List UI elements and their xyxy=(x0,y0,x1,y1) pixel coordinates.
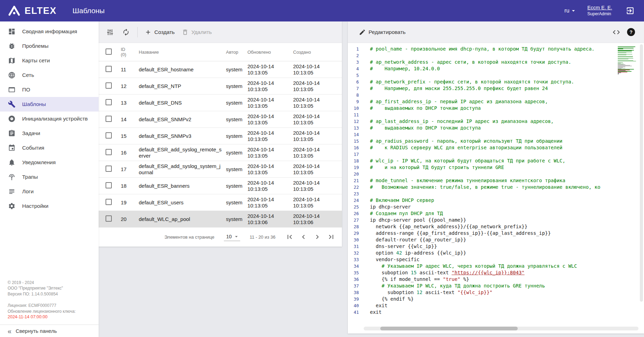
row-id: 15 xyxy=(121,133,139,139)
row-checkbox[interactable] xyxy=(106,199,112,205)
row-name: default_ESR_hostname xyxy=(139,66,226,73)
table-row[interactable]: 11 default_ESR_hostname system 2024-10-1… xyxy=(99,61,342,78)
table-row[interactable]: 18 default_ESR_banners system 2024-10-14… xyxy=(99,178,342,194)
row-checkbox[interactable] xyxy=(106,149,112,155)
code-icon xyxy=(612,28,620,36)
edit-button[interactable]: Редактировать xyxy=(359,29,406,36)
select-all-checkbox[interactable] xyxy=(106,48,112,55)
collapse-panel-button[interactable]: « Свернуть панель xyxy=(0,325,99,337)
filter-button[interactable] xyxy=(106,28,115,37)
delete-button[interactable]: Удалить xyxy=(182,29,212,36)
collapse-panel-label: Свернуть панель xyxy=(16,328,57,334)
row-name: default_ESR_add_syslog_remote_server xyxy=(139,147,226,159)
row-checkbox[interactable] xyxy=(106,166,112,172)
horizontal-scrollbar[interactable] xyxy=(364,327,638,330)
user-name: Eccm E. E. xyxy=(587,5,612,11)
company-text: ООО "Предприятие "Элтекс" xyxy=(0,285,99,291)
row-created: 2024-10-14 10:13:05 xyxy=(293,97,335,109)
minimap[interactable] xyxy=(618,46,638,74)
row-id: 18 xyxy=(121,183,139,189)
column-id: ID (0) xyxy=(121,47,139,57)
sidebar-item-traps[interactable]: Трапы xyxy=(0,170,99,184)
table-row[interactable]: 15 default_ESR_SNMPv3 system 2024-10-14 … xyxy=(99,128,342,144)
row-checkbox[interactable] xyxy=(106,132,112,139)
table-row[interactable]: 13 default_ESR_DNS system 2024-10-14 10:… xyxy=(99,95,342,111)
vertical-scrollbar-thumb[interactable] xyxy=(640,44,643,302)
row-name: default_ESR_DNS xyxy=(139,100,226,106)
sidebar-item-problems[interactable]: Проблемы xyxy=(0,39,99,53)
row-checkbox[interactable] xyxy=(106,66,112,72)
code-editor[interactable]: 1234567891011121314151617181920212223242… xyxy=(348,43,644,333)
table-row[interactable]: 14 default_ESR_SNMPv2 system 2024-10-14 … xyxy=(99,111,342,128)
sidebar-item-label: Карты сети xyxy=(22,57,50,64)
horizontal-scrollbar-thumb[interactable] xyxy=(380,327,518,330)
sidebar-item-events[interactable]: События xyxy=(0,141,99,155)
sidebar-item-tasks[interactable]: Задачи xyxy=(0,126,99,141)
expand-code-button[interactable] xyxy=(612,28,621,37)
last-page-button[interactable] xyxy=(327,232,336,241)
filter-icon xyxy=(106,28,114,36)
row-created: 2024-10-14 10:13:05 xyxy=(293,196,335,209)
row-checkbox[interactable] xyxy=(106,182,112,188)
row-id: 17 xyxy=(121,166,139,172)
table-row[interactable]: 19 default_ESR_users system 2024-10-14 1… xyxy=(99,194,342,211)
sidebar-item-summary[interactable]: Сводная информация xyxy=(0,24,99,39)
row-name: default_ESR_SNMPv2 xyxy=(139,116,226,123)
sidebar-item-software[interactable]: ПО xyxy=(0,82,99,97)
sidebar-item-templates[interactable]: Шаблоны xyxy=(0,97,99,112)
row-id: 16 xyxy=(121,150,139,156)
sidebar-item-logs[interactable]: Логи xyxy=(0,184,99,199)
language-selector[interactable]: ru xyxy=(564,7,577,14)
row-author: system xyxy=(226,100,247,106)
table-row[interactable]: 20 default_WLC_ap_pool system 2024-10-14… xyxy=(99,211,342,228)
per-page-select[interactable]: 10 xyxy=(224,233,240,241)
row-checkbox[interactable] xyxy=(106,82,112,89)
table-row[interactable]: 12 default_ESR_NTP system 2024-10-14 10:… xyxy=(99,78,342,95)
row-created: 2024-10-14 10:13:05 xyxy=(293,180,335,192)
sidebar-item-settings[interactable]: Настройки xyxy=(0,199,99,213)
refresh-button[interactable] xyxy=(121,28,130,37)
row-updated: 2024-10-14 10:13:05 xyxy=(247,63,293,76)
traps-icon xyxy=(8,173,16,181)
sidebar-item-label: Трапы xyxy=(22,174,38,180)
row-name: default_WLC_ap_pool xyxy=(139,216,226,222)
first-page-icon xyxy=(285,233,294,241)
version-text: Версия ПО: 1.14.0.500854 xyxy=(0,291,99,297)
sidebar-item-label: Проблемы xyxy=(22,43,48,49)
sidebar: Сводная информацияПроблемыКарты сетиСеть… xyxy=(0,21,99,337)
sidebar-footer: © 2019 - 2024 ООО "Предприятие "Элтекс" … xyxy=(0,280,99,337)
user-menu[interactable]: Eccm E. E. SuperAdmin xyxy=(587,5,612,17)
first-page-button[interactable] xyxy=(285,232,294,241)
row-id: 20 xyxy=(121,216,139,222)
table-header: ID (0) Название Автор Обновлено Создано xyxy=(99,43,342,61)
next-page-button[interactable] xyxy=(313,232,322,241)
logs-icon xyxy=(8,188,16,195)
calendar-icon xyxy=(8,144,16,152)
table-row[interactable]: 17 default_ESR_add_syslog_system_journal… xyxy=(99,161,342,178)
pencil-icon xyxy=(359,29,366,36)
vertical-scrollbar[interactable] xyxy=(640,44,643,324)
row-checkbox[interactable] xyxy=(106,99,112,105)
logout-button[interactable] xyxy=(623,6,638,15)
sidebar-item-device-init[interactable]: Инициализация устройств xyxy=(0,112,99,126)
sidebar-item-network[interactable]: Сеть xyxy=(0,68,99,82)
row-author: system xyxy=(226,66,247,72)
plus-icon xyxy=(145,29,152,36)
sidebar-item-network-maps[interactable]: Карты сети xyxy=(0,53,99,68)
help-icon[interactable]: ? xyxy=(627,28,635,36)
edit-button-label: Редактировать xyxy=(369,29,406,35)
table-row[interactable]: 16 default_ESR_add_syslog_remote_server … xyxy=(99,144,342,161)
row-name: default_ESR_banners xyxy=(139,183,226,189)
create-button[interactable]: Создать xyxy=(145,29,175,36)
chevron-left-icon xyxy=(299,233,308,241)
row-name: default_ESR_NTP xyxy=(139,83,226,89)
sidebar-item-notifications[interactable]: Уведомления xyxy=(0,155,99,170)
row-checkbox[interactable] xyxy=(106,116,112,122)
prev-page-button[interactable] xyxy=(299,232,308,241)
logout-icon xyxy=(626,6,635,15)
row-updated: 2024-10-14 10:13:05 xyxy=(247,147,293,159)
row-checkbox[interactable] xyxy=(106,215,112,222)
sidebar-item-label: Инициализация устройств xyxy=(22,116,88,122)
row-updated: 2024-10-14 10:13:05 xyxy=(247,113,293,126)
gear-icon xyxy=(8,202,16,210)
